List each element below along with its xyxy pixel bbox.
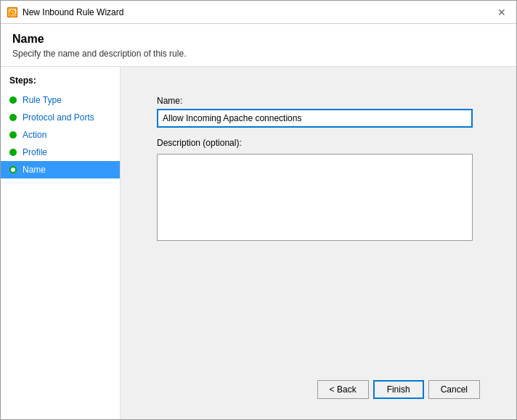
titlebar-title: New Inbound Rule Wizard (23, 7, 493, 17)
description-textarea[interactable] (157, 154, 473, 241)
sidebar-item-label-rule-type: Rule Type (23, 95, 62, 105)
page-subtitle: Specify the name and description of this… (12, 49, 505, 59)
steps-label: Steps: (1, 73, 120, 91)
name-label: Name: (157, 96, 480, 106)
close-button[interactable]: ✕ (493, 4, 510, 21)
sidebar-item-label-protocol-ports: Protocol and Ports (23, 112, 94, 123)
main-content: Name: Description (optional): < Back Fin… (121, 67, 516, 419)
sidebar-item-rule-type[interactable]: Rule Type (1, 91, 120, 109)
form-section: Name: Description (optional): (157, 96, 480, 371)
sidebar-item-label-profile: Profile (23, 147, 47, 157)
button-row: < Back Finish Cancel (157, 371, 480, 405)
back-button[interactable]: < Back (317, 380, 369, 399)
content-area: Steps: Rule Type Protocol and Ports Acti… (1, 67, 516, 419)
sidebar-item-name[interactable]: Name (1, 161, 120, 178)
step-dot-name (9, 166, 17, 173)
step-dot-protocol-ports (9, 114, 17, 121)
sidebar: Steps: Rule Type Protocol and Ports Acti… (1, 67, 121, 419)
description-label: Description (optional): (157, 138, 480, 148)
sidebar-item-protocol-ports[interactable]: Protocol and Ports (1, 109, 120, 126)
svg-point-5 (11, 11, 14, 14)
sidebar-item-profile[interactable]: Profile (1, 144, 120, 161)
wizard-window: 🛡 New Inbound Rule Wizard ✕ Name Specify… (0, 0, 517, 420)
step-dot-action (9, 131, 17, 139)
page-header: Name Specify the name and description of… (1, 24, 516, 67)
cancel-button[interactable]: Cancel (428, 380, 480, 399)
step-dot-rule-type (9, 96, 17, 104)
page-title: Name (12, 33, 505, 46)
step-dot-profile (9, 149, 17, 156)
finish-button[interactable]: Finish (373, 380, 424, 399)
titlebar: 🛡 New Inbound Rule Wizard ✕ (1, 1, 516, 24)
sidebar-item-label-name: Name (23, 165, 46, 175)
sidebar-item-action[interactable]: Action (1, 126, 120, 144)
sidebar-item-label-action: Action (23, 130, 46, 140)
wizard-icon: 🛡 (7, 7, 18, 18)
name-input[interactable] (157, 109, 473, 128)
